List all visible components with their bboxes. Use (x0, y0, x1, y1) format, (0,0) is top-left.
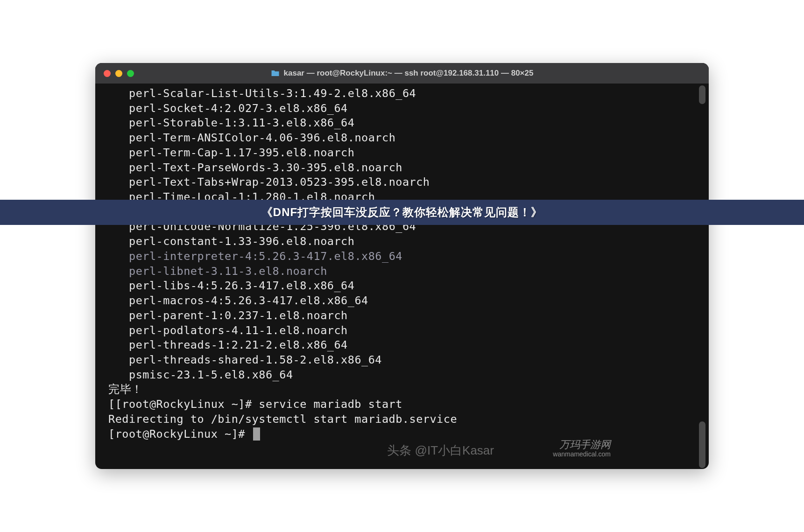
cursor (253, 427, 260, 441)
package-line: perl-parent-1:0.237-1.el8.noarch (108, 308, 704, 323)
package-line: perl-podlators-4.11-1.el8.noarch (108, 323, 704, 338)
title-bar: kasar — root@RockyLinux:~ — ssh root@192… (95, 63, 709, 84)
package-line: perl-Scalar-List-Utils-3:1.49-2.el8.x86_… (108, 86, 704, 101)
package-line: perl-Socket-4:2.027-3.el8.x86_64 (108, 101, 704, 116)
minimize-button[interactable] (115, 70, 122, 77)
package-line: perl-threads-shared-1.58-2.el8.x86_64 (108, 353, 704, 368)
overlay-banner-text: 《DNF打字按回车没反应？教你轻松解决常见问题！》 (261, 205, 543, 220)
package-line: perl-Text-ParseWords-3.30-395.el8.noarch (108, 161, 704, 175)
package-line: perl-interpreter-4:5.26.3-417.el8.x86_64 (108, 249, 704, 264)
close-button[interactable] (104, 70, 111, 77)
command: service mariadb start (259, 398, 402, 411)
prompt: [root@RockyLinux ~]# (108, 427, 252, 441)
package-line: perl-Term-Cap-1.17-395.el8.noarch (108, 146, 704, 161)
prompt-line: [[root@RockyLinux ~]# service mariadb st… (108, 397, 704, 412)
package-line: perl-libs-4:5.26.3-417.el8.x86_64 (108, 279, 704, 294)
terminal-window: kasar — root@RockyLinux:~ — ssh root@192… (95, 63, 709, 469)
prompt-line-current[interactable]: [root@RockyLinux ~]# (108, 427, 704, 442)
package-line: perl-constant-1.33-396.el8.noarch (108, 234, 704, 249)
folder-icon (271, 70, 280, 77)
scrollbar-thumb-bottom[interactable] (699, 421, 705, 468)
done-text: 完毕！ (108, 382, 704, 397)
traffic-lights (104, 70, 134, 77)
package-line: perl-macros-4:5.26.3-417.el8.x86_64 (108, 294, 704, 308)
watermark-site: 万玛手游网 wanmamedical.com (553, 439, 611, 458)
prompt-prefix-bracket: [ (108, 398, 115, 411)
watermark-source: 头条 @IT小白Kasar (387, 442, 494, 459)
terminal-body[interactable]: perl-Scalar-List-Utils-3:1.49-2.el8.x86_… (95, 84, 709, 469)
scrollbar[interactable] (699, 85, 707, 468)
package-line: perl-libnet-3.11-3.el8.noarch (108, 264, 704, 279)
window-title-text: kasar — root@RockyLinux:~ — ssh root@192… (284, 69, 534, 78)
watermark-site-sub: wanmamedical.com (553, 451, 611, 458)
package-line: perl-threads-1:2.21-2.el8.x86_64 (108, 338, 704, 353)
package-line: perl-Text-Tabs+Wrap-2013.0523-395.el8.no… (108, 175, 704, 190)
redirect-line: Redirecting to /bin/systemctl start mari… (108, 412, 704, 427)
prompt: [root@RockyLinux ~]# (115, 398, 259, 411)
watermark-site-main: 万玛手游网 (559, 439, 611, 450)
package-line: perl-Storable-1:3.11-3.el8.x86_64 (108, 116, 704, 131)
overlay-banner: 《DNF打字按回车没反应？教你轻松解决常见问题！》 (0, 200, 804, 225)
package-line: perl-Term-ANSIColor-4.06-396.el8.noarch (108, 131, 704, 146)
maximize-button[interactable] (127, 70, 134, 77)
window-title: kasar — root@RockyLinux:~ — ssh root@192… (271, 69, 534, 78)
scrollbar-thumb-top[interactable] (699, 85, 705, 104)
package-line: psmisc-23.1-5.el8.x86_64 (108, 368, 704, 383)
